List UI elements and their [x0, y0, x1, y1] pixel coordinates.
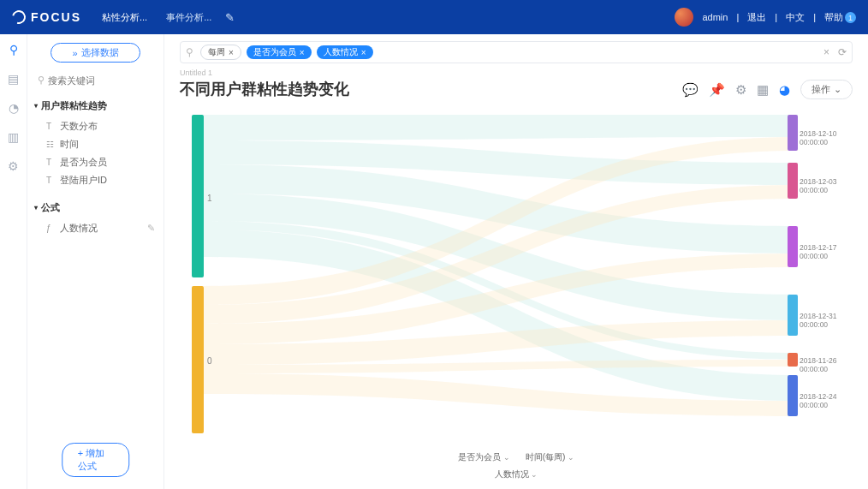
chart-type-icon[interactable]: ◕: [779, 82, 790, 98]
rail-history-icon[interactable]: ◔: [7, 101, 21, 115]
query-search-icon: ⚲: [186, 46, 193, 58]
sankey-target[interactable]: [788, 115, 798, 151]
crumb: Untitled 1: [180, 69, 349, 77]
select-data-button[interactable]: » 选择数据: [51, 43, 140, 63]
config-icon[interactable]: ⚙: [735, 82, 746, 98]
formula-edit-icon[interactable]: ✎: [147, 223, 155, 234]
group-header-formula[interactable]: 公式: [34, 201, 157, 214]
help-link[interactable]: 帮助1: [824, 11, 856, 24]
chart-legend: 是否为会员 时间(每周): [180, 451, 853, 463]
sankey-target[interactable]: [788, 295, 798, 336]
source-label: 0: [207, 356, 214, 366]
logout-link[interactable]: 退出: [747, 11, 766, 24]
operations-button[interactable]: 操作 ⌄: [800, 80, 853, 99]
brand-text: FOCUS: [31, 10, 81, 24]
target-label: 2018-12-17 00:00:00: [800, 243, 853, 260]
source-label: 1: [207, 194, 214, 203]
legend-item[interactable]: 时间(每周): [526, 451, 574, 463]
type-text-icon: T: [46, 158, 55, 167]
sankey-target[interactable]: [788, 375, 798, 416]
rail-data-icon[interactable]: ▥: [7, 130, 21, 144]
target-label: 2018-12-10 00:00:00: [800, 129, 853, 146]
legend-item[interactable]: 是否为会员: [458, 451, 510, 463]
rail-search-icon[interactable]: ⚲: [7, 43, 21, 57]
logo-icon: [9, 8, 28, 27]
col-formula-count[interactable]: ƒ人数情况✎: [34, 219, 157, 237]
search-icon: ⚲: [38, 75, 45, 86]
table-icon[interactable]: ▦: [757, 82, 769, 98]
col-time[interactable]: ☷时间: [34, 135, 157, 153]
formula-icon: ƒ: [46, 224, 55, 233]
chip-close-icon[interactable]: ×: [300, 48, 305, 57]
search-input[interactable]: [48, 75, 153, 86]
refresh-icon[interactable]: ⟳: [838, 46, 847, 58]
brand-logo: FOCUS: [12, 10, 81, 24]
search-field[interactable]: ⚲: [34, 73, 157, 87]
sankey-flows: [204, 115, 798, 433]
sankey-chart[interactable]: 1 0 2018-12-10 00:00:00 2018-12-03 00:00…: [180, 115, 853, 446]
sankey-target[interactable]: [788, 353, 798, 367]
lang-link[interactable]: 中文: [786, 11, 805, 24]
side-panel: » 选择数据 ⚲ 用户群粘性趋势 T天数分布 ☷时间 T是否为会员 T登陆用户I…: [27, 34, 164, 489]
target-label: 2018-11-26 00:00:00: [800, 356, 853, 373]
rail-settings-icon[interactable]: ⚙: [7, 159, 21, 173]
page-title[interactable]: 不同用户群粘性趋势变化: [180, 79, 349, 99]
sankey-target[interactable]: [788, 226, 798, 267]
query-bar[interactable]: ⚲ 每周× 是否为会员× 人数情况× × ⟳: [180, 41, 853, 63]
left-rail: ⚲ ▤ ◔ ▥ ⚙: [0, 34, 27, 489]
comment-icon[interactable]: 💬: [682, 82, 699, 98]
main-area: ⚲ 每周× 是否为会员× 人数情况× × ⟳ Untitled 1 不同用户群粘…: [164, 34, 868, 489]
col-days[interactable]: T天数分布: [34, 117, 157, 135]
type-text-icon: T: [46, 122, 55, 131]
chip-member[interactable]: 是否为会员×: [247, 45, 312, 59]
rail-chart-icon[interactable]: ▤: [7, 72, 21, 86]
legend-item[interactable]: 人数情况: [495, 468, 538, 480]
username[interactable]: admin: [702, 12, 728, 22]
top-bar: FOCUS 粘性分析... 事件分析... ✎ admin | 退出 | 中文 …: [0, 0, 868, 34]
chip-weekly[interactable]: 每周×: [200, 45, 241, 60]
target-label: 2018-12-03 00:00:00: [800, 177, 853, 194]
sankey-target[interactable]: [788, 163, 798, 199]
clear-query-icon[interactable]: ×: [823, 46, 829, 58]
edit-tabs-icon[interactable]: ✎: [225, 11, 235, 24]
chip-close-icon[interactable]: ×: [229, 48, 234, 57]
target-label: 2018-12-31 00:00:00: [800, 312, 853, 329]
col-userid[interactable]: T登陆用户ID: [34, 171, 157, 189]
tab-event[interactable]: 事件分析...: [158, 8, 220, 27]
target-label: 2018-12-24 00:00:00: [800, 392, 853, 409]
chip-count[interactable]: 人数情况×: [317, 45, 373, 59]
sankey-source-1[interactable]: [192, 115, 204, 277]
avatar[interactable]: [675, 8, 693, 27]
type-text-icon: T: [46, 176, 55, 185]
chip-close-icon[interactable]: ×: [361, 48, 366, 57]
group-header-trend[interactable]: 用户群粘性趋势: [34, 99, 157, 112]
type-date-icon: ☷: [46, 140, 55, 149]
tab-stickiness[interactable]: 粘性分析...: [93, 8, 156, 27]
col-member[interactable]: T是否为会员: [34, 153, 157, 171]
sankey-source-0[interactable]: [192, 286, 204, 433]
pin-icon[interactable]: 📌: [709, 82, 725, 98]
add-formula-button[interactable]: + 增加公式: [62, 443, 130, 477]
